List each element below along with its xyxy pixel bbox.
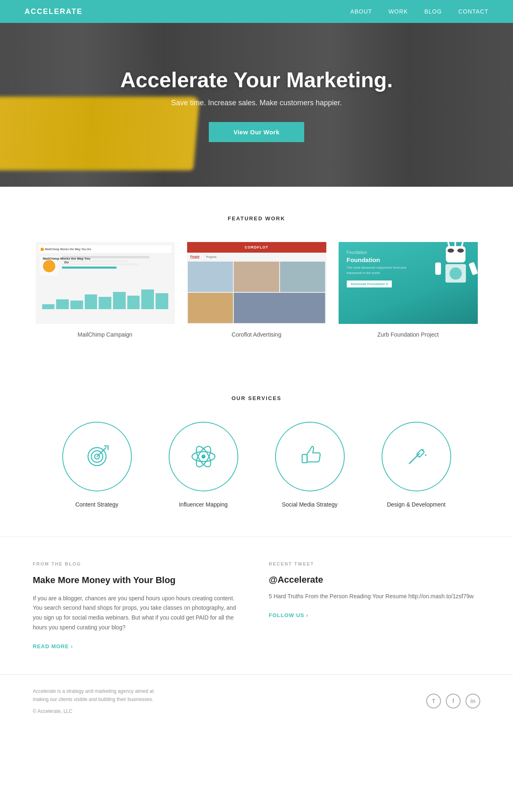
service-circle-social [275, 422, 345, 491]
atom-icon [189, 442, 218, 471]
work-grid: MailChimp Works the Way You Do [33, 242, 480, 338]
svg-text:★: ★ [418, 455, 421, 458]
blog-title: Make More Money with Your Blog [33, 575, 244, 586]
tweet-text: 5 Hard Truths From the Person Reading Yo… [269, 592, 481, 602]
footer-description: Accelerate is a strategy and marketing a… [33, 687, 164, 704]
blog-column: FROM THE BLOG Make More Money with Your … [33, 561, 244, 650]
service-circle-content [62, 422, 132, 491]
work-label-mailchimp: MailChimp Campaign [36, 331, 175, 338]
services-title: OUR SERVICES [33, 395, 480, 401]
linkedin-icon[interactable]: in [466, 694, 480, 708]
facebook-icon[interactable]: f [446, 694, 461, 708]
svg-rect-11 [302, 455, 307, 463]
svg-line-3 [103, 448, 106, 450]
service-label-influencer: Influencer Mapping [158, 501, 249, 508]
nav-contact[interactable]: CONTACT [458, 8, 488, 15]
service-design: ★ ★ ★ Design & Development [371, 422, 461, 508]
hero-section: Accelerate Your Marketing. Save time. In… [0, 23, 513, 187]
work-thumb-coroflot: CORDFLOT People Projects [187, 242, 326, 324]
read-more-link[interactable]: READ MORE › [33, 643, 73, 649]
nav-work[interactable]: WORK [389, 8, 408, 15]
nav-links: ABOUT WORK BLOG CONTACT [350, 8, 488, 15]
work-item-zurb[interactable]: Foundation Foundation The most advanced … [339, 242, 478, 338]
nav-about[interactable]: ABOUT [350, 8, 372, 15]
nav-logo[interactable]: ACCELERATE [25, 7, 83, 16]
footer-copyright: © Accelerate, LLC [33, 707, 164, 715]
work-thumb-zurb: Foundation Foundation The most advanced … [339, 242, 478, 324]
tweet-handle: @Accelerate [269, 575, 481, 585]
footer-social: T f in [426, 694, 480, 708]
tweet-column: RECENT TWEET @Accelerate 5 Hard Truths F… [269, 561, 481, 650]
featured-work-section: FEATURED WORK MailChimp Works the Way Yo… [0, 187, 513, 366]
follow-us-link[interactable]: FOLLOW US › [269, 612, 309, 618]
navbar: ACCELERATE ABOUT WORK BLOG CONTACT [0, 0, 513, 23]
target-icon [83, 442, 111, 471]
service-label-social: Social Media Strategy [265, 501, 355, 508]
blog-text: If you are a blogger, chances are you sp… [33, 594, 244, 633]
service-social: Social Media Strategy [265, 422, 355, 508]
hero-cta-button[interactable]: View Our Work [209, 122, 304, 142]
thumbs-up-icon [296, 442, 324, 471]
hero-subtitle: Save time. Increase sales. Make customer… [120, 99, 393, 107]
hero-content: Accelerate Your Marketing. Save time. In… [120, 68, 393, 142]
work-item-coroflot[interactable]: CORDFLOT People Projects Coroflot Advert… [187, 242, 326, 338]
service-label-content: Content Strategy [52, 501, 142, 508]
service-influencer: Influencer Mapping [158, 422, 249, 508]
hero-title: Accelerate Your Marketing. [120, 68, 393, 92]
footer-info: Accelerate is a strategy and marketing a… [33, 687, 164, 715]
svg-text:★: ★ [424, 453, 427, 457]
nav-blog[interactable]: BLOG [424, 8, 442, 15]
tweet-section-label: RECENT TWEET [269, 561, 481, 566]
svg-point-10 [201, 455, 206, 459]
service-circle-influencer [169, 422, 238, 491]
work-label-zurb: Zurb Foundation Project [339, 331, 478, 338]
service-content-strategy: Content Strategy [52, 422, 142, 508]
blog-section-label: FROM THE BLOG [33, 561, 244, 566]
blog-tweet-section: FROM THE BLOG Make More Money with Your … [0, 536, 513, 674]
work-label-coroflot: Coroflot Advertising [187, 331, 326, 338]
featured-work-title: FEATURED WORK [33, 215, 480, 222]
service-circle-design: ★ ★ ★ [382, 422, 451, 491]
work-item-mailchimp[interactable]: MailChimp Works the Way You Do [36, 242, 175, 338]
magic-wand-icon: ★ ★ ★ [402, 442, 431, 471]
footer: Accelerate is a strategy and marketing a… [0, 674, 513, 728]
twitter-icon[interactable]: T [426, 694, 441, 708]
svg-text:★: ★ [421, 448, 425, 452]
work-thumb-mailchimp: MailChimp Works the Way You Do [36, 242, 175, 324]
services-section: OUR SERVICES Content Strategy [0, 366, 513, 536]
services-grid: Content Strategy Influencer Mapping [33, 422, 480, 508]
service-label-design: Design & Development [371, 501, 461, 508]
